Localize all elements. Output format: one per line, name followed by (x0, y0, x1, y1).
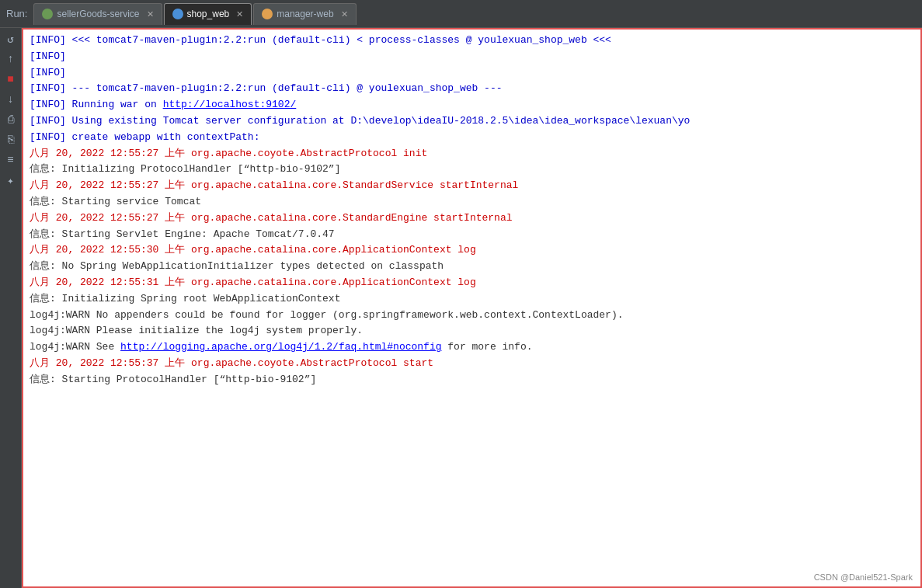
tab-label-shop-web: shop_web (187, 9, 230, 19)
log-text-4: [INFO] --- tomcat7-maven-plugin:2.2:run … (30, 82, 503, 94)
run-label: Run: (6, 8, 27, 19)
log-text-18: log4j:WARN No appenders could be found f… (30, 309, 624, 321)
log-text-14: 八月 20, 2022 12:55:30 上午 org.apache.catal… (30, 244, 476, 256)
tab-manager-web[interactable]: manager-web ✕ (253, 3, 356, 25)
log-line-14: 八月 20, 2022 12:55:30 上午 org.apache.catal… (30, 242, 914, 259)
main-area: ↺ ↑ ■ ↓ ⎙ ⎘ ≡ ✦ [INFO] <<< tomcat7-maven… (0, 28, 922, 588)
scroll-up-button[interactable]: ↑ (3, 51, 19, 67)
log-line-20: log4j:WARN See http://logging.apache.org… (30, 339, 914, 356)
log-prefix-20: log4j:WARN See (30, 341, 120, 353)
log-line-8: 八月 20, 2022 12:55:27 上午 org.apache.coyot… (30, 146, 914, 162)
log-text-1: [INFO] <<< tomcat7-maven-plugin:2.2:run … (30, 34, 611, 46)
pin-button[interactable]: ✦ (3, 172, 19, 188)
log-text-2: [INFO] (30, 50, 66, 62)
tab-label-sellergoods: sellerGoods-service (57, 9, 139, 19)
tab-icon-shop-web (172, 9, 183, 19)
localhost-link[interactable]: http://localhost:9102/ (163, 99, 297, 110)
log-line-4: [INFO] --- tomcat7-maven-plugin:2.2:run … (30, 81, 914, 97)
log-line-1: [INFO] <<< tomcat7-maven-plugin:2.2:run … (30, 33, 914, 49)
tab-icon-manager-web (262, 9, 273, 19)
log-text-21: 八月 20, 2022 12:55:37 上午 org.apache.coyot… (30, 357, 433, 369)
log-text-3: [INFO] (30, 67, 66, 78)
tab-icon-sellergoods (42, 9, 53, 19)
log-line-7: [INFO] create webapp with contextPath: (30, 130, 914, 146)
log-line-21: 八月 20, 2022 12:55:37 上午 org.apache.coyot… (30, 356, 914, 372)
watermark: CSDN @Daniel521-Spark (814, 572, 913, 582)
log-line-6: [INFO] Using existing Tomcat server conf… (30, 113, 914, 130)
log-line-9: 信息: Initializing ProtocolHandler [“http-… (30, 162, 914, 178)
wrap-button[interactable]: ≡ (3, 152, 19, 168)
tab-close-shop-web[interactable]: ✕ (236, 9, 243, 19)
tab-label-manager-web: manager-web (277, 9, 333, 19)
tab-close-manager-web[interactable]: ✕ (341, 9, 348, 19)
log-line-5: [INFO] Running war on http://localhost:9… (30, 97, 914, 113)
log-text-6: [INFO] Using existing Tomcat server conf… (30, 115, 690, 127)
tab-sellergoods[interactable]: sellerGoods-service ✕ (33, 3, 162, 25)
log-text-7: [INFO] create webapp with contextPath: (30, 131, 259, 143)
log-text-22: 信息: Starting ProtocolHandler [“http-bio-… (30, 374, 316, 385)
log-line-18: log4j:WARN No appenders could be found f… (30, 308, 914, 324)
log-line-3: [INFO] (30, 65, 914, 82)
log-line-16: 八月 20, 2022 12:55:31 上午 org.apache.catal… (30, 275, 914, 291)
log-line-2: [INFO] (30, 49, 914, 65)
log-line-11: 信息: Starting service Tomcat (30, 194, 914, 210)
left-sidebar: ↺ ↑ ■ ↓ ⎙ ⎘ ≡ ✦ (0, 28, 22, 588)
log-suffix-20: for more info. (442, 341, 533, 353)
log-text-17: 信息: Initializing Spring root WebApplicat… (30, 293, 340, 304)
log-text-15: 信息: No Spring WebApplicationInitializer … (30, 260, 444, 272)
log-text-8: 八月 20, 2022 12:55:27 上午 org.apache.coyot… (30, 148, 427, 159)
log-text-19: log4j:WARN Please initialize the log4j s… (30, 325, 363, 336)
tab-close-sellergoods[interactable]: ✕ (147, 9, 154, 19)
print-button[interactable]: ⎙ (3, 112, 19, 127)
log-text-16: 八月 20, 2022 12:55:31 上午 org.apache.catal… (30, 277, 476, 288)
log-line-22: 信息: Starting ProtocolHandler [“http-bio-… (30, 372, 914, 388)
log-text-11: 信息: Starting service Tomcat (30, 196, 201, 207)
log-text-12: 八月 20, 2022 12:55:27 上午 org.apache.catal… (30, 212, 513, 224)
tab-bar: Run: sellerGoods-service ✕ shop_web ✕ ma… (0, 0, 922, 28)
log-text-13: 信息: Starting Servlet Engine: Apache Tomc… (30, 228, 335, 240)
log-line-19: log4j:WARN Please initialize the log4j s… (30, 323, 914, 339)
log-line-13: 信息: Starting Servlet Engine: Apache Tomc… (30, 227, 914, 243)
scroll-down-button[interactable]: ↓ (3, 92, 19, 107)
log-line-17: 信息: Initializing Spring root WebApplicat… (30, 291, 914, 308)
log-prefix-5: [INFO] Running war on (30, 99, 163, 110)
log-text-9: 信息: Initializing ProtocolHandler [“http-… (30, 163, 340, 175)
log-text-10: 八月 20, 2022 12:55:27 上午 org.apache.catal… (30, 179, 518, 191)
log4j-link[interactable]: http://logging.apache.org/log4j/1.2/faq.… (120, 341, 441, 353)
log-line-10: 八月 20, 2022 12:55:27 上午 org.apache.catal… (30, 178, 914, 194)
stop-button[interactable]: ■ (3, 71, 19, 87)
log-line-15: 信息: No Spring WebApplicationInitializer … (30, 259, 914, 275)
log-line-12: 八月 20, 2022 12:55:27 上午 org.apache.catal… (30, 210, 914, 227)
export-button[interactable]: ⎘ (3, 132, 19, 148)
console-output[interactable]: [INFO] <<< tomcat7-maven-plugin:2.2:run … (22, 28, 922, 588)
restart-button[interactable]: ↺ (3, 31, 19, 47)
tab-shop-web[interactable]: shop_web ✕ (164, 3, 252, 25)
